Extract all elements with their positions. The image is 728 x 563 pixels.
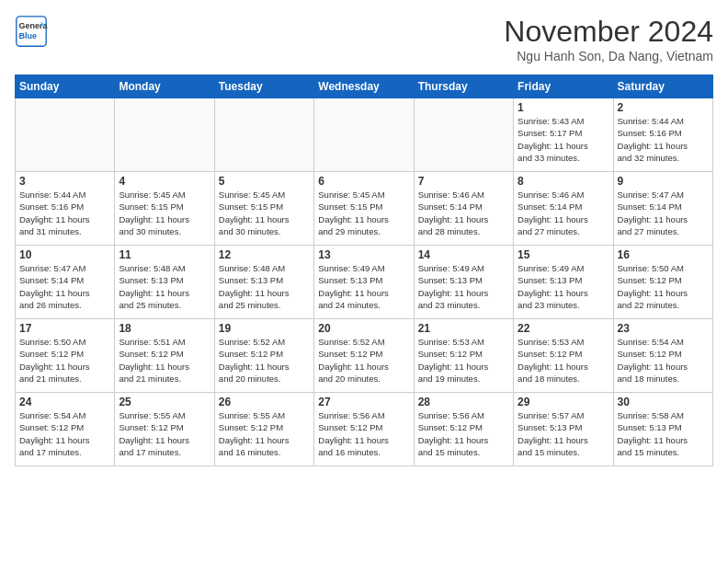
- day-number: 17: [19, 322, 110, 335]
- day-info: Sunrise: 5:49 AM Sunset: 5:13 PM Dayligh…: [518, 262, 609, 311]
- day-info: Sunrise: 5:55 AM Sunset: 5:12 PM Dayligh…: [119, 409, 210, 458]
- logo: General Blue: [15, 15, 51, 48]
- calendar-cell: 1Sunrise: 5:43 AM Sunset: 5:17 PM Daylig…: [514, 98, 613, 172]
- calendar-cell: 18Sunrise: 5:51 AM Sunset: 5:12 PM Dayli…: [115, 319, 214, 393]
- calendar-cell: 23Sunrise: 5:54 AM Sunset: 5:12 PM Dayli…: [613, 319, 712, 393]
- weekday-header: Sunday: [16, 75, 115, 98]
- calendar-cell: 5Sunrise: 5:45 AM Sunset: 5:15 PM Daylig…: [214, 172, 313, 246]
- calendar-week-row: 17Sunrise: 5:50 AM Sunset: 5:12 PM Dayli…: [16, 319, 713, 393]
- day-info: Sunrise: 5:56 AM Sunset: 5:12 PM Dayligh…: [318, 409, 409, 458]
- day-number: 27: [318, 396, 409, 408]
- day-number: 30: [618, 396, 709, 408]
- day-info: Sunrise: 5:44 AM Sunset: 5:16 PM Dayligh…: [19, 189, 110, 237]
- calendar-cell: 13Sunrise: 5:49 AM Sunset: 5:13 PM Dayli…: [314, 246, 414, 319]
- day-info: Sunrise: 5:47 AM Sunset: 5:14 PM Dayligh…: [19, 262, 110, 311]
- day-info: Sunrise: 5:53 AM Sunset: 5:12 PM Dayligh…: [418, 336, 509, 385]
- calendar-cell: 30Sunrise: 5:58 AM Sunset: 5:13 PM Dayli…: [613, 393, 712, 466]
- calendar-cell: 19Sunrise: 5:52 AM Sunset: 5:12 PM Dayli…: [214, 319, 313, 393]
- calendar: SundayMondayTuesdayWednesdayThursdayFrid…: [15, 75, 713, 466]
- title-block: November 2024 Ngu Hanh Son, Da Nang, Vie…: [504, 15, 713, 63]
- day-info: Sunrise: 5:50 AM Sunset: 5:12 PM Dayligh…: [618, 262, 709, 311]
- day-info: Sunrise: 5:56 AM Sunset: 5:12 PM Dayligh…: [418, 409, 509, 458]
- day-info: Sunrise: 5:50 AM Sunset: 5:12 PM Dayligh…: [19, 336, 110, 385]
- day-info: Sunrise: 5:44 AM Sunset: 5:16 PM Dayligh…: [618, 115, 709, 164]
- day-number: 8: [518, 175, 609, 188]
- calendar-cell: 6Sunrise: 5:45 AM Sunset: 5:15 PM Daylig…: [314, 172, 414, 246]
- day-info: Sunrise: 5:46 AM Sunset: 5:14 PM Dayligh…: [518, 189, 609, 237]
- day-number: 15: [518, 248, 609, 261]
- calendar-cell: 21Sunrise: 5:53 AM Sunset: 5:12 PM Dayli…: [414, 319, 513, 393]
- calendar-cell: 25Sunrise: 5:55 AM Sunset: 5:12 PM Dayli…: [115, 393, 214, 466]
- day-info: Sunrise: 5:57 AM Sunset: 5:13 PM Dayligh…: [518, 409, 609, 458]
- day-number: 23: [618, 322, 709, 335]
- day-number: 11: [119, 248, 210, 261]
- calendar-cell: 27Sunrise: 5:56 AM Sunset: 5:12 PM Dayli…: [314, 393, 414, 466]
- day-info: Sunrise: 5:54 AM Sunset: 5:12 PM Dayligh…: [618, 336, 709, 385]
- calendar-cell: 4Sunrise: 5:45 AM Sunset: 5:15 PM Daylig…: [115, 172, 214, 246]
- day-info: Sunrise: 5:51 AM Sunset: 5:12 PM Dayligh…: [119, 336, 210, 385]
- weekday-header-row: SundayMondayTuesdayWednesdayThursdayFrid…: [16, 75, 713, 98]
- day-info: Sunrise: 5:54 AM Sunset: 5:12 PM Dayligh…: [19, 409, 110, 458]
- calendar-week-row: 1Sunrise: 5:43 AM Sunset: 5:17 PM Daylig…: [16, 98, 713, 172]
- day-info: Sunrise: 5:43 AM Sunset: 5:17 PM Dayligh…: [518, 115, 609, 164]
- day-number: 21: [418, 322, 509, 335]
- day-number: 2: [618, 101, 709, 114]
- day-number: 3: [19, 175, 110, 188]
- calendar-week-row: 24Sunrise: 5:54 AM Sunset: 5:12 PM Dayli…: [16, 393, 713, 466]
- calendar-cell: [214, 98, 313, 172]
- calendar-cell: [314, 98, 414, 172]
- calendar-cell: [414, 98, 513, 172]
- day-number: 13: [318, 248, 409, 261]
- day-number: 20: [318, 322, 409, 335]
- calendar-cell: 7Sunrise: 5:46 AM Sunset: 5:14 PM Daylig…: [414, 172, 513, 246]
- day-info: Sunrise: 5:49 AM Sunset: 5:13 PM Dayligh…: [318, 262, 409, 311]
- calendar-cell: 16Sunrise: 5:50 AM Sunset: 5:12 PM Dayli…: [613, 246, 712, 319]
- day-number: 25: [119, 396, 210, 408]
- day-info: Sunrise: 5:45 AM Sunset: 5:15 PM Dayligh…: [219, 189, 310, 237]
- calendar-cell: 3Sunrise: 5:44 AM Sunset: 5:16 PM Daylig…: [16, 172, 115, 246]
- calendar-cell: 20Sunrise: 5:52 AM Sunset: 5:12 PM Dayli…: [314, 319, 414, 393]
- calendar-cell: 22Sunrise: 5:53 AM Sunset: 5:12 PM Dayli…: [514, 319, 613, 393]
- calendar-week-row: 3Sunrise: 5:44 AM Sunset: 5:16 PM Daylig…: [16, 172, 713, 246]
- day-number: 19: [219, 322, 310, 335]
- calendar-cell: 24Sunrise: 5:54 AM Sunset: 5:12 PM Dayli…: [16, 393, 115, 466]
- weekday-header: Saturday: [613, 75, 712, 98]
- day-info: Sunrise: 5:58 AM Sunset: 5:13 PM Dayligh…: [618, 409, 709, 458]
- calendar-cell: 28Sunrise: 5:56 AM Sunset: 5:12 PM Dayli…: [414, 393, 513, 466]
- day-info: Sunrise: 5:45 AM Sunset: 5:15 PM Dayligh…: [119, 189, 210, 237]
- calendar-cell: 11Sunrise: 5:48 AM Sunset: 5:13 PM Dayli…: [115, 246, 214, 319]
- day-info: Sunrise: 5:48 AM Sunset: 5:13 PM Dayligh…: [219, 262, 310, 311]
- page-header: General Blue November 2024 Ngu Hanh Son,…: [15, 15, 713, 63]
- calendar-cell: [16, 98, 115, 172]
- calendar-cell: 10Sunrise: 5:47 AM Sunset: 5:14 PM Dayli…: [16, 246, 115, 319]
- day-info: Sunrise: 5:49 AM Sunset: 5:13 PM Dayligh…: [418, 262, 509, 311]
- day-info: Sunrise: 5:47 AM Sunset: 5:14 PM Dayligh…: [618, 189, 709, 237]
- day-number: 24: [19, 396, 110, 408]
- calendar-week-row: 10Sunrise: 5:47 AM Sunset: 5:14 PM Dayli…: [16, 246, 713, 319]
- day-number: 16: [618, 248, 709, 261]
- weekday-header: Thursday: [414, 75, 513, 98]
- day-info: Sunrise: 5:53 AM Sunset: 5:12 PM Dayligh…: [518, 336, 609, 385]
- day-number: 12: [219, 248, 310, 261]
- month-title: November 2024: [504, 15, 713, 49]
- calendar-cell: 26Sunrise: 5:55 AM Sunset: 5:12 PM Dayli…: [214, 393, 313, 466]
- weekday-header: Monday: [115, 75, 214, 98]
- weekday-header: Friday: [514, 75, 613, 98]
- calendar-cell: 8Sunrise: 5:46 AM Sunset: 5:14 PM Daylig…: [514, 172, 613, 246]
- calendar-cell: 14Sunrise: 5:49 AM Sunset: 5:13 PM Dayli…: [414, 246, 513, 319]
- weekday-header: Tuesday: [214, 75, 313, 98]
- day-info: Sunrise: 5:55 AM Sunset: 5:12 PM Dayligh…: [219, 409, 310, 458]
- day-number: 9: [618, 175, 709, 188]
- day-number: 10: [19, 248, 110, 261]
- logo-icon: General Blue: [15, 15, 48, 48]
- day-number: 5: [219, 175, 310, 188]
- day-number: 18: [119, 322, 210, 335]
- svg-text:Blue: Blue: [19, 31, 38, 40]
- day-number: 28: [418, 396, 509, 408]
- day-number: 29: [518, 396, 609, 408]
- day-info: Sunrise: 5:52 AM Sunset: 5:12 PM Dayligh…: [219, 336, 310, 385]
- calendar-cell: 15Sunrise: 5:49 AM Sunset: 5:13 PM Dayli…: [514, 246, 613, 319]
- calendar-cell: 12Sunrise: 5:48 AM Sunset: 5:13 PM Dayli…: [214, 246, 313, 319]
- day-info: Sunrise: 5:52 AM Sunset: 5:12 PM Dayligh…: [318, 336, 409, 385]
- day-number: 1: [518, 101, 609, 114]
